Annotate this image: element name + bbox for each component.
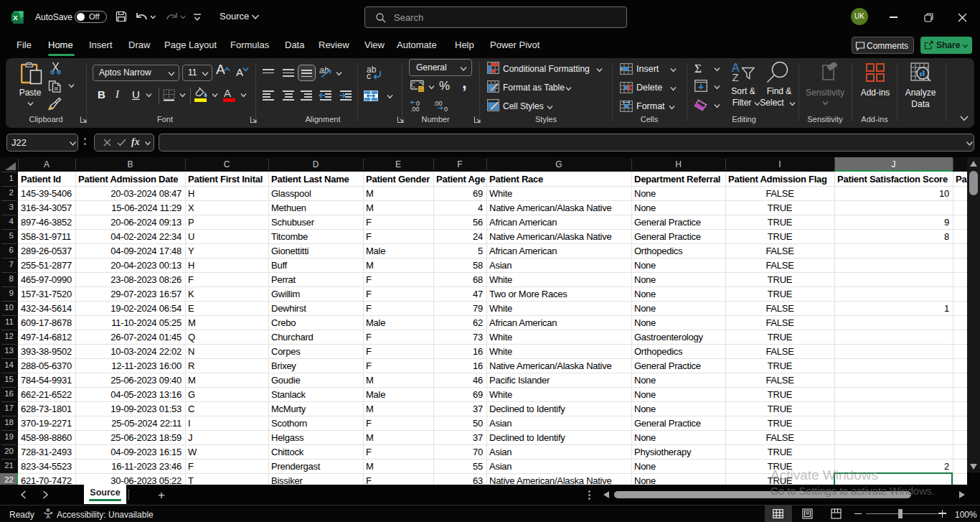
svg-text:Z: Z: [732, 71, 739, 83]
svg-text:?: ?: [50, 511, 53, 516]
svg-text:0: 0: [444, 106, 448, 112]
svg-text:.00: .00: [410, 106, 420, 112]
svg-text:.00: .00: [433, 100, 443, 107]
svg-text:X: X: [13, 14, 18, 22]
